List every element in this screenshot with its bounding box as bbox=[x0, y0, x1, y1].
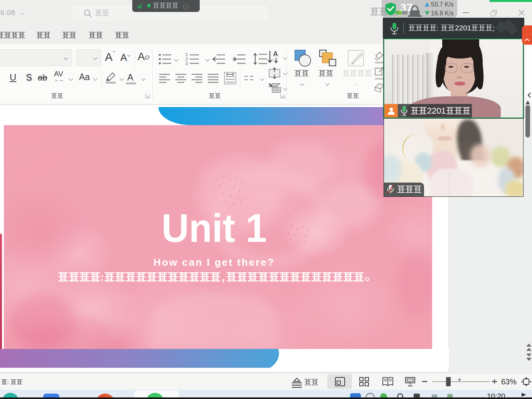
svg-text:A: A bbox=[273, 50, 278, 58]
